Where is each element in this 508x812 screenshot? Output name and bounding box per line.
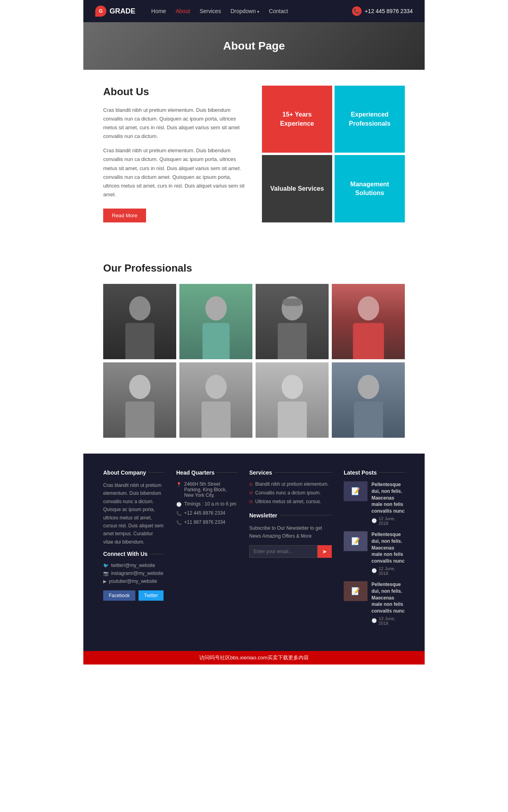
newsletter-submit-button[interactable]: ➤ — [318, 545, 332, 558]
phone-number: +12 445 8976 2334 — [365, 8, 413, 14]
professionals-section: Our Professionals — [83, 254, 425, 454]
post-info-2: Pellentesque dui, non felis. Maecenas ma… — [371, 531, 405, 576]
feature-services: Valuable Services — [262, 155, 332, 222]
feature-experience: 15+ Years Experience — [262, 86, 332, 153]
instagram-icon: 📷 — [103, 571, 109, 576]
svg-rect-5 — [277, 323, 306, 359]
facebook-button[interactable]: Facebook — [103, 590, 135, 601]
hq-address: 📍 2466H 5th Street Parking, King Block, … — [176, 481, 237, 498]
svg-rect-10 — [125, 401, 154, 438]
professional-card — [332, 362, 405, 438]
newsletter-form: ➤ — [249, 545, 332, 558]
portrait-6 — [179, 362, 252, 438]
about-section: About Us Cras blandit nibh ut pretium el… — [83, 70, 425, 254]
hq-address-text: 2466H 5th Street Parking, King Block, Ne… — [184, 481, 237, 498]
svg-rect-1 — [125, 323, 154, 359]
page-title: About Page — [223, 40, 285, 52]
post-title-2: Pellentesque dui, non felis. Maecenas ma… — [371, 531, 405, 565]
service-item: Blandit nibh ut pretium elementum. — [249, 481, 332, 487]
footer-hq-heading: Head Quarters — [176, 469, 237, 476]
professional-card — [332, 284, 405, 359]
portrait-3 — [256, 284, 329, 359]
hq-timings: 🕐 Timings : 10 a.m to 6 pm — [176, 501, 237, 507]
svg-rect-3 — [202, 323, 229, 359]
phone-icon: 📞 — [352, 6, 362, 16]
hq-phone1-text: +12 445 8976 2334 — [184, 510, 225, 516]
instagram-link[interactable]: 📷 instagram/@my_website — [103, 571, 164, 576]
watermark-text: 访问吗号社区bbs.xieniao.com买卖下载更多内容 — [199, 655, 309, 661]
about-content: About Us Cras blandit nibh ut pretium el… — [103, 86, 405, 222]
about-left: About Us Cras blandit nibh ut pretium el… — [103, 86, 246, 222]
newsletter-input[interactable] — [249, 545, 318, 558]
logo[interactable]: G GRADE — [95, 6, 135, 17]
professional-card — [103, 284, 176, 359]
clock-icon-3: 🕐 — [371, 568, 377, 573]
post-date-2: 🕐 12 June, 2018 — [371, 566, 405, 576]
post-item: 📝 Pellentesque dui, non felis. Maecenas … — [344, 481, 405, 526]
social-links: 🐦 twitter/@my_website 📷 instagram/@my_we… — [103, 563, 164, 584]
nav-contact[interactable]: Contact — [269, 8, 288, 14]
hero-banner: About Page — [83, 22, 425, 70]
phone1-icon: 📞 — [176, 511, 182, 516]
navigation: G GRADE Home About Services Dropdown ▾ C… — [83, 0, 425, 22]
svg-point-2 — [205, 296, 227, 320]
post-date-1: 🕐 12 June, 2018 — [371, 516, 405, 526]
footer-hq: Head Quarters 📍 2466H 5th Street Parking… — [176, 469, 237, 631]
nav-dropdown[interactable]: Dropdown ▾ — [231, 8, 260, 14]
post-title-1: Pellentesque dui, non felis. Maecenas ma… — [371, 481, 405, 515]
youtube-link[interactable]: ▶ youtube/@my_website — [103, 578, 164, 584]
logo-text: GRADE — [110, 7, 135, 15]
clock-icon: 🕐 — [176, 502, 182, 507]
svg-point-7 — [358, 296, 379, 320]
svg-point-11 — [205, 375, 227, 399]
post-date-3: 🕐 13 June, 2018 — [371, 616, 405, 626]
nav-services[interactable]: Services — [200, 8, 221, 14]
logo-icon: G — [95, 6, 106, 17]
svg-point-9 — [129, 375, 150, 399]
professional-card — [179, 284, 252, 359]
professional-card — [256, 284, 329, 359]
footer-about-text: Cras blandit nibh ut pretium elementum. … — [103, 481, 164, 546]
clock-icon-4: 🕐 — [371, 618, 377, 623]
nav-links: Home About Services Dropdown ▾ Contact — [151, 8, 352, 14]
social-buttons: Facebook Twitter — [103, 590, 164, 601]
hq-phone1: 📞 +12 445 8976 2334 — [176, 510, 237, 516]
newsletter-text: Subscribe to Our Newsletter to get News … — [249, 524, 332, 540]
svg-point-15 — [358, 375, 379, 399]
twitter-handle: twitter/@my_website — [111, 563, 155, 568]
footer-latest-posts: Latest Posts 📝 Pellentesque dui, non fel… — [344, 469, 405, 631]
portrait-4 — [332, 284, 405, 359]
portrait-1 — [103, 284, 176, 359]
read-more-button[interactable]: Read More — [103, 209, 146, 222]
twitter-button[interactable]: Twitter — [139, 590, 164, 601]
footer-services-heading: Services — [249, 469, 332, 476]
post-item: 📝 Pellentesque dui, non felis. Maecenas … — [344, 531, 405, 576]
nav-home[interactable]: Home — [151, 8, 166, 14]
nav-about[interactable]: About — [175, 8, 190, 14]
footer-grid: About Company Cras blandit nibh ut preti… — [103, 469, 405, 631]
post-info-3: Pellentesque dui, non felis. Maecenas ma… — [371, 581, 405, 626]
hq-timings-text: Timings : 10 a.m to 6 pm — [184, 501, 237, 507]
location-icon: 📍 — [176, 482, 182, 487]
professional-card — [179, 362, 252, 438]
feature-professionals: Experienced Professionals — [335, 86, 405, 153]
portrait-2 — [179, 284, 252, 359]
features-grid: 15+ Years Experience Experienced Profess… — [262, 86, 405, 222]
phone2-icon: 📞 — [176, 520, 182, 525]
footer-connect-heading: Connect With Us — [103, 551, 164, 557]
clock-icon-2: 🕐 — [371, 518, 377, 523]
portrait-5 — [103, 362, 176, 438]
post-title-3: Pellentesque dui, non felis. Maecenas ma… — [371, 581, 405, 615]
svg-rect-14 — [277, 401, 306, 438]
dropdown-arrow-icon: ▾ — [257, 10, 259, 14]
footer-about-heading: About Company — [103, 469, 164, 476]
post-thumbnail-2: 📝 — [344, 531, 368, 551]
service-item: Ultrices metus sit amet, cursus. — [249, 499, 332, 504]
twitter-icon: 🐦 — [103, 563, 109, 568]
svg-point-13 — [281, 375, 303, 399]
services-list: Blandit nibh ut pretium elementum. Conva… — [249, 481, 332, 504]
svg-rect-16 — [354, 401, 383, 438]
service-item: Convallis nunc a dictum ipsum. — [249, 490, 332, 496]
twitter-link[interactable]: 🐦 twitter/@my_website — [103, 563, 164, 568]
footer: About Company Cras blandit nibh ut preti… — [83, 454, 425, 651]
